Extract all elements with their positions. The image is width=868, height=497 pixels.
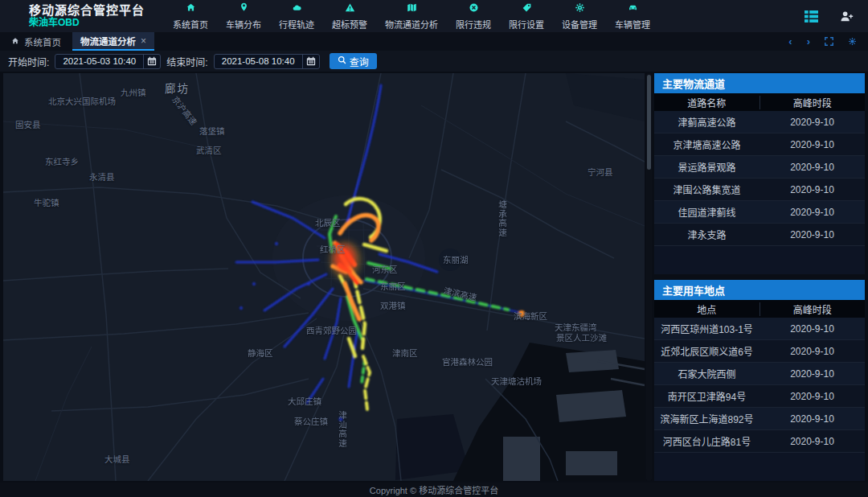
nav-item-home[interactable]: 系统首页 <box>164 0 217 32</box>
map-label: 双港镇 <box>380 299 406 311</box>
close-icon[interactable]: × <box>141 35 146 47</box>
peak-time: 2020-9-10 <box>760 413 865 425</box>
tab-bar: 系统首页 物流通道分析 × ‹ › <box>0 32 868 51</box>
vehicle-locations-panel: 主要用车地点 地点 高峰时段 河西区琼州道103-1号 2020-9-10 近郊… <box>654 280 865 481</box>
map-label: 滨海新区 <box>514 310 547 322</box>
peak-time: 2020-9-10 <box>760 368 865 380</box>
end-time-value: 2021-05-08 10:40 <box>215 55 302 68</box>
road-name: 景运路景观路 <box>654 160 760 174</box>
nav-item-warning[interactable]: 超标预警 <box>323 0 376 32</box>
gear-icon <box>575 2 585 16</box>
table-row[interactable]: 石家大院西侧 2020-9-10 <box>654 363 865 385</box>
column-location: 地点 <box>654 302 760 316</box>
nav-label: 车辆管理 <box>615 18 650 31</box>
map-label: 武清区 <box>196 144 222 156</box>
table-row[interactable]: 津围公路集宽道 2020-9-10 <box>654 179 865 201</box>
nav-item-logistics-analysis[interactable]: 物流通道分析 <box>376 0 447 32</box>
peak-time: 2020-9-10 <box>760 229 865 240</box>
location-name: 河西区琼州道103-1号 <box>654 322 760 335</box>
user-add-icon[interactable] <box>839 10 854 23</box>
nav-item-restriction-settings[interactable]: 限行设置 <box>500 0 553 32</box>
map-label: 廊坊 <box>165 80 190 96</box>
chevron-left-icon[interactable]: ‹ <box>788 35 792 47</box>
road-name: 京津塘高速公路 <box>654 138 760 151</box>
map-label: 九州镇 <box>121 86 146 98</box>
map-label: 景区人工沙滩 <box>556 331 607 343</box>
app-subtitle: 柴油车OBD <box>29 18 145 29</box>
table-row[interactable]: 景运路景观路 2020-9-10 <box>654 156 865 179</box>
route-cloud-icon <box>292 2 302 16</box>
nav-item-vehicle-distribution[interactable]: 车辆分布 <box>217 0 270 32</box>
main-nav: 系统首页 车辆分布 行程轨迹 超标预警 物流通道分析 限行违规 限行设置 设备 <box>164 0 659 32</box>
car-icon <box>628 2 638 16</box>
start-time-input[interactable]: 2021-05-03 10:40 <box>55 54 161 69</box>
peak-time: 2020-9-10 <box>760 436 865 447</box>
ban-icon <box>469 2 479 16</box>
map-road-label: 塘承高速 <box>497 200 509 237</box>
tab-label: 物流通道分析 <box>80 35 136 47</box>
road-name: 津蓟高速公路 <box>654 115 760 129</box>
peak-time: 2020-9-10 <box>760 323 865 335</box>
road-name: 佳园道津蓟线 <box>654 205 760 219</box>
nav-label: 超标预警 <box>332 18 367 31</box>
start-time-label: 开始时间: <box>8 55 49 68</box>
fullscreen-icon[interactable] <box>825 37 833 46</box>
map-label: 大邱庄镇 <box>288 395 321 407</box>
location-pin-icon <box>239 2 249 16</box>
location-name: 近郊北辰区顺义道6号 <box>654 344 760 358</box>
query-button[interactable]: 查询 <box>330 53 377 69</box>
nav-item-trip-track[interactable]: 行程轨迹 <box>270 0 323 32</box>
heatmap-map[interactable]: 廊坊 北京大兴国际机场 固安县 九州镇 永清县 武清区 宁河县 北辰区 红桥区 … <box>3 73 645 481</box>
panel-title: 主要用车地点 <box>654 280 865 300</box>
table-row[interactable]: 近郊北辰区顺义道6号 2020-9-10 <box>654 340 865 363</box>
nav-label: 物流通道分析 <box>385 18 438 31</box>
panel-title: 主要物流通道 <box>654 73 865 93</box>
search-icon <box>338 55 346 67</box>
table-row[interactable]: 京津塘高速公路 2020-9-10 <box>654 133 865 156</box>
column-peak-time: 高峰时段 <box>760 302 866 316</box>
table-row[interactable]: 河西区琼州道103-1号 2020-9-10 <box>654 318 865 340</box>
nav-item-vehicle-management[interactable]: 车辆管理 <box>606 0 659 32</box>
table-row[interactable]: 滨海新区上海道892号 2020-9-10 <box>654 408 865 430</box>
map-label: 西青郊野公园 <box>306 324 357 336</box>
app-title: 移动源综合管控平台 <box>29 3 145 17</box>
right-panels: 主要物流通道 道路名称 高峰时段 津蓟高速公路 2020-9-10 京津塘高速公… <box>654 73 865 481</box>
table-row[interactable]: 津蓟高速公路 2020-9-10 <box>654 111 865 133</box>
vertical-scrollbar[interactable] <box>646 73 652 481</box>
map-label: 固安县 <box>15 118 41 130</box>
table-row[interactable]: 南开区卫津路94号 2020-9-10 <box>654 385 865 408</box>
peak-time: 2020-9-10 <box>760 117 865 128</box>
nav-label: 限行违规 <box>456 18 491 31</box>
peak-time: 2020-9-10 <box>760 207 865 218</box>
scrollbar-thumb[interactable] <box>647 75 651 170</box>
nav-item-restriction-violation[interactable]: 限行违规 <box>447 0 500 32</box>
nav-label: 系统首页 <box>173 18 208 31</box>
grid-menu-icon[interactable] <box>804 10 818 23</box>
main-content: 廊坊 北京大兴国际机场 固安县 九州镇 永清县 武清区 宁河县 北辰区 红桥区 … <box>0 72 868 483</box>
tab-home[interactable]: 系统首页 <box>0 32 72 51</box>
table-row[interactable]: 津永支路 2020-9-10 <box>654 224 865 246</box>
table-row[interactable]: 佳园道津蓟线 2020-9-10 <box>654 201 865 224</box>
map-label: 大城县 <box>104 453 130 465</box>
filter-bar: 开始时间: 2021-05-03 10:40 结束时间: 2021-05-08 … <box>0 51 868 72</box>
tab-label: 系统首页 <box>24 35 61 48</box>
map-label: 北京大兴国际机场 <box>48 95 116 107</box>
calendar-icon[interactable] <box>143 55 160 68</box>
home-small-icon <box>11 37 19 47</box>
start-time-value: 2021-05-03 10:40 <box>55 55 143 68</box>
table-row[interactable]: 河西区台儿庄路81号 2020-9-10 <box>654 430 865 453</box>
tab-logistics-analysis[interactable]: 物流通道分析 × <box>72 32 154 51</box>
map-label: 天津塘沽机场 <box>491 375 542 387</box>
settings-gear-icon[interactable] <box>848 37 857 46</box>
chevron-right-icon[interactable]: › <box>807 35 810 47</box>
top-bar: 移动源综合管控平台 柴油车OBD 系统首页 车辆分布 行程轨迹 超标预警 物流通… <box>0 0 868 32</box>
end-time-input[interactable]: 2021-05-08 10:40 <box>214 54 320 69</box>
nav-label: 车辆分布 <box>226 18 261 31</box>
footer-copyright: Copyright © 移动源综合管控平台 <box>0 483 868 497</box>
nav-label: 限行设置 <box>509 18 544 31</box>
map-label: 蔡公庄镇 <box>294 415 328 427</box>
calendar-icon[interactable] <box>302 55 319 68</box>
map-label: 宁河县 <box>588 166 613 178</box>
location-name: 河西区台儿庄路81号 <box>654 434 760 448</box>
nav-item-device-management[interactable]: 设备管理 <box>553 0 606 32</box>
